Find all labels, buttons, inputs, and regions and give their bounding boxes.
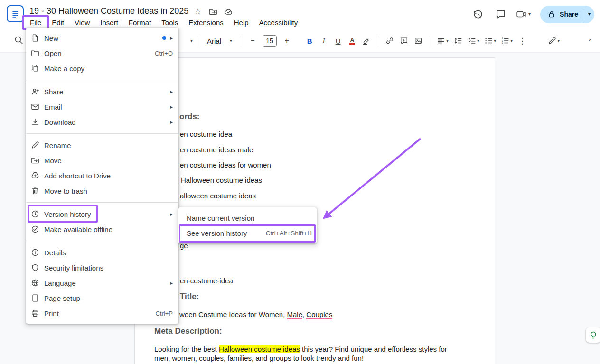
- menu-file[interactable]: File: [25, 17, 47, 28]
- menu-divider: [26, 202, 178, 203]
- menu-format[interactable]: Format: [123, 17, 157, 28]
- styles-dropdown-caret[interactable]: ▾: [190, 38, 193, 43]
- text-color-icon: A: [347, 36, 357, 46]
- file-menu-item-page-setup[interactable]: Page setup: [26, 290, 178, 306]
- folder-move-icon: [31, 156, 39, 165]
- search-menus-button[interactable]: [14, 35, 23, 46]
- line-spacing-button[interactable]: [452, 34, 464, 47]
- insert-link-button[interactable]: [384, 34, 396, 47]
- file-menu-item-security-limitations[interactable]: Security limitations: [26, 260, 178, 275]
- increase-font-size-button[interactable]: +: [281, 34, 293, 47]
- menu-item-label: Email: [44, 103, 170, 111]
- font-family-dropdown[interactable]: Arial ▾: [204, 37, 235, 45]
- align-left-icon: [437, 37, 445, 45]
- file-menu-item-download[interactable]: Download▸: [26, 114, 178, 130]
- decrease-font-size-button[interactable]: −: [246, 34, 259, 47]
- file-menu-item-rename[interactable]: Rename: [26, 138, 178, 153]
- add-comment-button[interactable]: [398, 34, 410, 47]
- menu-view[interactable]: View: [69, 17, 95, 28]
- caret-down-icon: ▾: [494, 38, 496, 43]
- version-history-submenu: Name current versionSee version historyC…: [178, 207, 317, 243]
- doc-text-line: Meta Description:: [154, 326, 222, 336]
- menu-item-label: Page setup: [44, 294, 173, 302]
- checklist-dropdown[interactable]: ▾: [466, 34, 481, 47]
- file-menu-item-make-available-offline[interactable]: Make available offline: [26, 222, 178, 237]
- document-saved-status-icon[interactable]: [224, 8, 233, 16]
- docs-logo[interactable]: [7, 5, 24, 22]
- menu-item-label: Details: [44, 249, 173, 257]
- numbered-list-dropdown[interactable]: 123 ▾: [499, 34, 514, 47]
- star-icon[interactable]: ☆: [194, 8, 202, 16]
- menu-item-accessories: ▸: [170, 211, 173, 217]
- drive-add-icon: [31, 171, 39, 180]
- file-menu-item-print[interactable]: PrintCtrl+P: [26, 306, 178, 321]
- add-comment-icon: [400, 37, 408, 45]
- menu-help[interactable]: Help: [229, 17, 254, 28]
- numbered-list-icon: 123: [501, 37, 509, 45]
- menu-item-label: Move: [44, 157, 173, 165]
- shortcut-label: Ctrl+O: [155, 50, 173, 57]
- doc-new-icon: [31, 34, 39, 42]
- hide-menus-button[interactable]: ^: [584, 34, 596, 47]
- underline-button[interactable]: U: [332, 34, 344, 47]
- file-menu-item-email[interactable]: Email▸: [26, 99, 178, 114]
- menu-label: Format: [129, 19, 151, 27]
- editing-mode-dropdown[interactable]: ▾: [546, 34, 561, 47]
- join-call-button[interactable]: ▾: [514, 9, 533, 19]
- doc-text-line: ween Costume Ideas for Women, Male, Coup…: [179, 310, 332, 319]
- file-menu-item-details[interactable]: Details: [26, 245, 178, 260]
- highlight-color-button[interactable]: [360, 34, 373, 47]
- google-docs-window: 19 - 30 Halloween Costume Ideas in 2025 …: [0, 0, 600, 364]
- menu-item-label: Add shortcut to Drive: [44, 172, 173, 180]
- more-options-button[interactable]: ⋮: [516, 34, 528, 47]
- align-dropdown[interactable]: ▾: [435, 34, 450, 47]
- menu-label: Tools: [161, 19, 178, 27]
- doc-text-line: en-costume-idea: [180, 276, 233, 285]
- file-menu-item-version-history[interactable]: Version history▸: [26, 206, 178, 222]
- history-icon: [31, 210, 39, 218]
- insert-image-button[interactable]: [412, 34, 424, 47]
- printer-icon: [31, 309, 39, 317]
- font-size-input[interactable]: 15: [262, 35, 277, 47]
- file-menu-item-move-to-trash[interactable]: Move to trash: [26, 183, 178, 198]
- text-color-button[interactable]: A: [346, 34, 358, 47]
- link-icon: [385, 37, 394, 45]
- menu-label: Help: [234, 19, 249, 27]
- document-title[interactable]: 19 - 30 Halloween Costume Ideas in 2025: [29, 6, 188, 16]
- share-button[interactable]: Share ▾: [540, 6, 594, 23]
- pencil-icon: [31, 141, 39, 149]
- italic-button[interactable]: I: [318, 34, 330, 47]
- bulleted-list-dropdown[interactable]: ▾: [483, 34, 497, 47]
- menu-item-accessories: Ctrl+O: [155, 50, 173, 57]
- toolbar-divider: [241, 36, 241, 46]
- file-menu-item-add-shortcut-to-drive[interactable]: Add shortcut to Drive: [26, 168, 178, 183]
- file-menu-item-new[interactable]: New▸: [26, 30, 178, 46]
- menu-insert[interactable]: Insert: [95, 17, 123, 28]
- submenu-item-see-version-history[interactable]: See version historyCtrl+Alt+Shift+H: [178, 225, 317, 241]
- version-history-button[interactable]: [469, 5, 488, 24]
- bold-button[interactable]: B: [303, 34, 316, 47]
- menu-label: Insert: [100, 19, 118, 27]
- copy-icon: [31, 64, 39, 73]
- menu-divider: [26, 80, 178, 80]
- menu-edit[interactable]: Edit: [47, 17, 69, 28]
- file-menu-item-share[interactable]: Share▸: [26, 84, 178, 99]
- comments-button[interactable]: [491, 5, 510, 24]
- submenu-item-name-current-version[interactable]: Name current version: [178, 210, 317, 225]
- file-menu-item-language[interactable]: Language▸: [26, 275, 178, 290]
- header-actions: ▾ Share ▾: [469, 5, 594, 24]
- file-menu-item-open[interactable]: OpenCtrl+O: [26, 46, 178, 61]
- bulleted-list-icon: [484, 37, 493, 45]
- toolbar-divider: [198, 36, 198, 46]
- menu-item-label: Print: [44, 309, 156, 317]
- menu-item-label: Version history: [44, 210, 170, 218]
- move-document-icon[interactable]: [209, 8, 217, 16]
- file-menu-item-make-a-copy[interactable]: Make a copy: [26, 61, 178, 76]
- menu-accessibility[interactable]: Accessibility: [254, 17, 303, 28]
- menu-extensions[interactable]: Extensions: [183, 17, 228, 28]
- file-menu-item-move[interactable]: Move: [26, 153, 178, 168]
- suggestion-button[interactable]: [586, 327, 600, 343]
- menu-tools[interactable]: Tools: [156, 17, 183, 28]
- share-menu-caret-icon[interactable]: ▾: [588, 12, 591, 17]
- menu-item-accessories: ▸: [170, 89, 173, 95]
